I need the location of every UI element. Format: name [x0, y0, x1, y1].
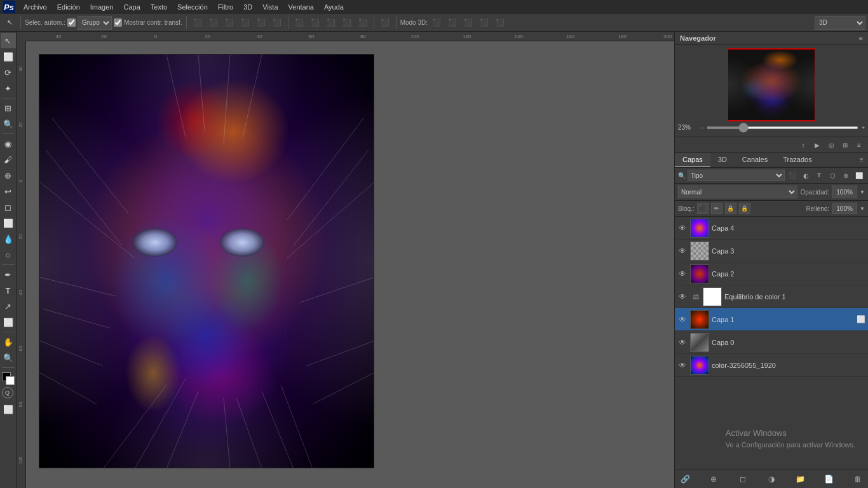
tab-3d[interactable]: 3D — [710, 153, 735, 167]
add-mask-icon[interactable]: ◻ — [736, 473, 749, 485]
dist-vc-btn[interactable]: ⬛ — [340, 16, 354, 30]
dodge-tool[interactable]: ○ — [1, 247, 16, 262]
group-select[interactable]: Grupo Capa — [78, 16, 112, 30]
panel-btn5[interactable]: ≡ — [853, 139, 865, 151]
layer-eye-color1920[interactable]: 👁 — [677, 361, 688, 370]
blend-mode-select[interactable]: Normal Disolver Oscurecer Multiplicar Ac… — [678, 186, 797, 198]
fill-input[interactable] — [832, 203, 857, 214]
hand-tool[interactable]: ✋ — [1, 334, 16, 349]
add-style-icon[interactable]: ⊕ — [707, 473, 720, 485]
layer-eye-capa3[interactable]: 👁 — [677, 247, 688, 255]
move-tool-btn[interactable]: ↖ — [3, 16, 17, 30]
panel-btn3[interactable]: ◎ — [825, 139, 837, 151]
lasso-tool[interactable]: ⟳ — [1, 65, 16, 80]
link-layers-icon[interactable]: 🔗 — [679, 473, 691, 485]
dist-h-btn[interactable]: ⬛ — [292, 16, 306, 30]
modo3d-btn3[interactable]: ⬛ — [461, 16, 475, 30]
modo3d-btn5[interactable]: ⬛ — [493, 16, 507, 30]
show-transform-checkbox[interactable] — [114, 18, 122, 27]
add-group-icon[interactable]: 📁 — [794, 473, 806, 485]
clone-tool[interactable]: ⊕ — [1, 168, 16, 183]
color-swatches[interactable] — [2, 372, 15, 385]
navigator-zoom-slider[interactable] — [707, 126, 858, 129]
layer-item-capa3[interactable]: 👁 Capa 3 — [675, 240, 868, 262]
menu-seleccion[interactable]: Selección — [173, 2, 212, 12]
delete-layer-icon[interactable]: 🗑 — [851, 473, 864, 485]
menu-texto[interactable]: Texto — [146, 2, 172, 12]
blur-tool[interactable]: 💧 — [1, 231, 16, 247]
menu-capa[interactable]: Capa — [119, 2, 144, 12]
panel-btn2[interactable]: ▶ — [811, 139, 824, 151]
align-bottom-btn[interactable]: ⬛ — [270, 16, 284, 30]
filter-smartobj-btn[interactable]: ⊕ — [840, 170, 851, 181]
layer-item-capa4[interactable]: 👁 Capa 4 — [675, 217, 868, 240]
zoom-out-icon[interactable]: − — [700, 125, 703, 131]
align-center-btn[interactable]: ⬛ — [207, 16, 220, 30]
text-tool[interactable]: T — [1, 283, 16, 298]
menu-archivo[interactable]: Archivo — [19, 2, 51, 12]
fill-arrow[interactable]: ▼ — [860, 206, 865, 212]
layer-item-capa2[interactable]: 👁 Capa 2 — [675, 262, 868, 285]
menu-vista[interactable]: Vista — [258, 2, 282, 12]
filter-adjust-btn[interactable]: ◐ — [800, 170, 811, 181]
opacity-input[interactable] — [832, 186, 857, 198]
lock-pixels-btn[interactable]: ⬛ — [697, 203, 709, 214]
lock-all-btn[interactable]: 🔒 — [739, 203, 750, 214]
modo3d-btn1[interactable]: ⬛ — [430, 16, 444, 30]
menu-3d[interactable]: 3D — [239, 2, 257, 12]
layer-eye-capa1[interactable]: 👁 — [677, 315, 688, 324]
panel-btn4[interactable]: ⊞ — [839, 139, 851, 151]
menu-ayuda[interactable]: Ayuda — [320, 2, 348, 12]
dist-v-btn[interactable]: ⬛ — [324, 16, 338, 30]
filter-pixel-btn[interactable]: ⬛ — [787, 170, 798, 181]
eyedropper-tool[interactable]: 🔍 — [1, 116, 16, 132]
eraser-tool[interactable]: ◻ — [1, 200, 16, 215]
layer-item-capa0[interactable]: 👁 Capa 0 — [675, 331, 868, 354]
filter-shape-btn[interactable]: ⬡ — [827, 170, 838, 181]
marquee-tool[interactable]: ⬜ — [1, 49, 16, 64]
spot-heal-tool[interactable]: ◉ — [1, 136, 16, 151]
background-color[interactable] — [6, 376, 15, 385]
layer-item-capa1[interactable]: 👁 Capa 1 ⬜ — [675, 308, 868, 331]
add-adjustment-icon[interactable]: ◑ — [765, 473, 778, 485]
align-right-btn[interactable]: ⬛ — [222, 16, 236, 30]
auto-select-checkbox[interactable] — [67, 18, 76, 27]
layer-eye-capa4[interactable]: 👁 — [677, 224, 688, 233]
modo3d-btn4[interactable]: ⬛ — [477, 16, 491, 30]
add-layer-icon[interactable]: 📄 — [823, 473, 836, 485]
screen-mode-btn[interactable]: ⬜ — [1, 402, 16, 417]
dist-hc-btn[interactable]: ⬛ — [308, 16, 322, 30]
layer-eye-equilibrio[interactable]: 👁 — [677, 292, 688, 301]
quick-mask-btn[interactable]: Q — [2, 387, 15, 400]
filter-toggle-btn[interactable]: ⬜ — [853, 170, 865, 181]
lock-paint-btn[interactable]: ✏ — [711, 203, 722, 214]
menu-edicion[interactable]: Edición — [53, 2, 85, 12]
zoom-in-icon[interactable]: + — [862, 125, 865, 131]
pen-tool[interactable]: ✒ — [1, 267, 16, 282]
crop-tool[interactable]: ⊞ — [1, 100, 16, 116]
filter-text-btn[interactable]: T — [813, 170, 825, 181]
layers-options-btn[interactable]: ≡ — [855, 153, 868, 166]
lock-position-btn[interactable]: 🔒 — [725, 203, 736, 214]
zoom-tool[interactable]: 🔍 — [1, 350, 16, 365]
opacity-arrow[interactable]: ▼ — [860, 189, 865, 195]
brush-tool[interactable]: 🖌 — [1, 152, 16, 167]
move-tool[interactable]: ↖ — [1, 33, 16, 48]
align-top-btn[interactable]: ⬛ — [238, 16, 252, 30]
shape-tool[interactable]: ⬜ — [1, 315, 16, 330]
3d-mode-select[interactable]: 3D — [815, 16, 865, 30]
transform-icon[interactable]: ⬛ — [378, 16, 392, 30]
align-left-btn[interactable]: ⬛ — [191, 16, 205, 30]
layer-eye-capa2[interactable]: 👁 — [677, 269, 688, 278]
tab-canales[interactable]: Canales — [735, 153, 775, 167]
gradient-tool[interactable]: ⬜ — [1, 215, 16, 231]
path-select-tool[interactable]: ↗ — [1, 299, 16, 314]
menu-imagen[interactable]: Imagen — [86, 2, 118, 12]
filter-type-select[interactable]: Tipo — [688, 170, 785, 181]
navigator-options[interactable]: ≡ — [859, 34, 863, 42]
tab-trazados[interactable]: Trazados — [775, 153, 819, 167]
menu-filtro[interactable]: Filtro — [214, 2, 238, 12]
magic-wand-tool[interactable]: ✦ — [1, 81, 16, 96]
align-middle-btn[interactable]: ⬛ — [254, 16, 268, 30]
history-brush-tool[interactable]: ↩ — [1, 184, 16, 199]
